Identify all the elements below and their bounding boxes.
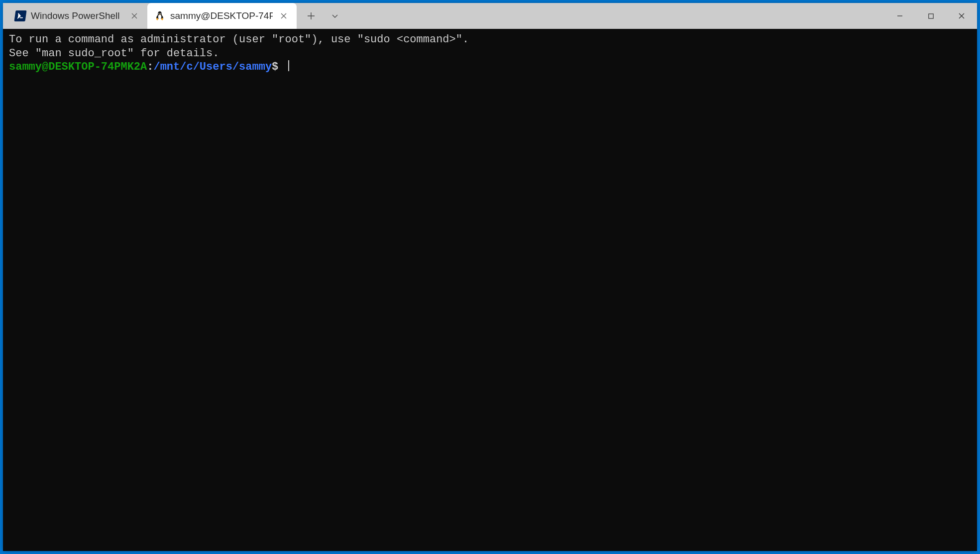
svg-rect-5 [928,13,933,18]
close-button[interactable] [946,3,977,29]
new-tab-button[interactable] [301,5,322,26]
titlebar: Windows PowerShell [3,3,977,29]
tab-close-button[interactable] [128,10,140,22]
terminal-viewport[interactable]: To run a command as administrator (user … [3,29,977,551]
powershell-icon [15,10,26,21]
tab-powershell[interactable]: Windows PowerShell [8,3,147,29]
window-controls [884,3,977,29]
maximize-button[interactable] [915,3,946,29]
titlebar-drag-region[interactable] [349,3,884,29]
svg-point-4 [160,13,161,14]
svg-point-3 [159,13,159,14]
terminal-output-line: To run a command as administrator (user … [9,33,971,47]
tab-linux-shell[interactable]: sammy@DESKTOP-74PMK2A: /i [147,3,297,29]
tab-close-button[interactable] [278,10,290,22]
tab-strip: Windows PowerShell [3,3,297,29]
terminal-prompt-line: sammy@DESKTOP-74PMK2A:/mnt/c/Users/sammy… [9,60,971,74]
tab-label: Windows PowerShell [31,10,123,21]
prompt-separator: : [147,61,153,73]
prompt-symbol: $ [272,61,278,73]
cursor [288,60,289,71]
tab-actions [297,3,349,29]
tab-dropdown-button[interactable] [325,5,345,26]
prompt-path: /mnt/c/Users/sammy [153,61,272,73]
tux-icon [154,10,165,21]
terminal-output-line: See "man sudo_root" for details. [9,47,971,61]
terminal-window: Windows PowerShell [3,3,977,551]
minimize-button[interactable] [884,3,915,29]
prompt-user-host: sammy@DESKTOP-74PMK2A [9,61,147,73]
tab-label: sammy@DESKTOP-74PMK2A: /i [170,10,273,21]
